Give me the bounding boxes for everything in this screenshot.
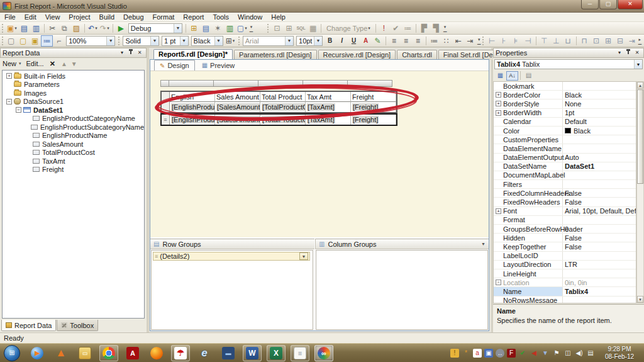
chevron-down-icon[interactable]: ▼ [481, 242, 486, 246]
border-width-combo[interactable]: 1 pt ▼ [162, 36, 189, 46]
collapse-icon[interactable]: − [6, 99, 12, 105]
taskbar-icon-windows-media-player[interactable]: ▶ [28, 345, 47, 361]
start-button[interactable]: ⊞ [4, 345, 20, 361]
auto-hide-pin-icon[interactable] [126, 49, 135, 57]
window-position-icon[interactable]: ▾ [118, 49, 126, 57]
property-value[interactable]: DataSet1 [563, 162, 636, 171]
property-row-layoutdirection[interactable]: LayoutDirectionLTR [494, 261, 636, 269]
updates-icon[interactable]: * [462, 349, 470, 358]
document-tab-recursive[interactable]: Recursive.rdl [Design] [318, 50, 396, 60]
show-results-pane-button[interactable]: ▦ [307, 23, 319, 34]
same-size-button[interactable]: ⊡ [591, 35, 602, 47]
align-left-button[interactable]: ≡ [388, 35, 400, 47]
menu-item-window[interactable]: Window [233, 13, 267, 22]
categorized-button[interactable]: ▦ [494, 71, 506, 81]
menu-item-file[interactable]: File [0, 13, 20, 22]
border-style-combo[interactable]: Solid ▼ [123, 36, 159, 46]
property-row-fixedrowheaders[interactable]: FixedRowHeadersFalse [494, 198, 636, 206]
property-value[interactable]: Auto [563, 154, 636, 162]
save-all-button[interactable]: ▥ [30, 23, 42, 34]
property-value[interactable] [563, 216, 636, 224]
alphabetical-button[interactable]: A↓ [506, 71, 518, 81]
numbered-list-button[interactable]: ≔ [428, 35, 440, 47]
increase-indent-button[interactable]: ⇥ [464, 35, 476, 47]
maximize-button[interactable]: ▢ [599, 0, 617, 9]
property-row-keeptogether[interactable]: KeepTogetherFalse [494, 242, 636, 251]
tree-item-englishproductname[interactable]: EnglishProductName [3, 132, 144, 140]
column-handle-2[interactable] [213, 80, 258, 87]
menu-item-help[interactable]: Help [267, 13, 290, 22]
expand-icon[interactable]: + [496, 280, 501, 285]
execute-sql-button[interactable]: ! [378, 23, 390, 34]
expand-icon[interactable]: + [496, 101, 501, 106]
menu-item-format[interactable]: Format [148, 13, 179, 22]
toolbar-grip[interactable] [267, 24, 270, 33]
property-pages-button[interactable]: ▤ [523, 71, 535, 81]
language-flag-icon[interactable]: ⚑ [552, 349, 561, 358]
property-row-name[interactable]: NameTablix4 [494, 287, 636, 296]
expand-icon[interactable]: + [496, 208, 501, 214]
row-group-details2[interactable]: ≡ (Details2) ▼ [153, 252, 310, 261]
property-row-format[interactable]: Format [494, 216, 636, 225]
property-value[interactable] [563, 82, 636, 90]
tab-order-button[interactable]: ⇥ [626, 35, 638, 47]
change-type-button[interactable]: Change Type ▾ [323, 23, 374, 34]
add-derived-table-button[interactable]: ▜ [430, 23, 442, 34]
menu-item-project[interactable]: Project [64, 13, 94, 22]
property-value[interactable] [563, 144, 636, 152]
tree-item-englishproductsubcategoryname[interactable]: EnglishProductSubcategoryName [3, 123, 144, 132]
property-value[interactable]: Black [563, 91, 636, 99]
row-handle[interactable]: ≡ [162, 115, 170, 125]
property-value[interactable]: False [563, 189, 636, 197]
property-row-norowsmessage[interactable]: NoRowsMessage [494, 297, 636, 304]
property-row-font[interactable]: +FontArial, 10pt, Default, Default, [494, 207, 636, 216]
debug-configuration-combo[interactable]: Debug ▼ [128, 23, 182, 33]
menu-item-report[interactable]: Report [179, 13, 208, 22]
show-sql-pane-button[interactable]: SQL [295, 23, 307, 34]
volume-icon[interactable]: ◀) [575, 349, 584, 358]
font-color-button[interactable]: A [360, 35, 372, 47]
property-row-location[interactable]: +Location0in, 0in [494, 278, 636, 287]
tab-toolbox[interactable]: Toolbox [57, 320, 98, 331]
property-value[interactable]: False [563, 242, 636, 251]
toolbar-overflow-icon[interactable]: ▸▁ [638, 38, 641, 43]
audio-manager-icon[interactable]: ◀ [530, 349, 538, 358]
taskbar-icon-firefox[interactable] [147, 345, 166, 361]
property-row-bordercolor[interactable]: +BorderColorBlack [494, 91, 636, 99]
same-width-button[interactable]: ⊔ [562, 35, 574, 47]
menu-item-tools[interactable]: Tools [208, 13, 233, 22]
tree-item-parameters[interactable]: Parameters [3, 81, 144, 89]
detail-cell[interactable]: [Freight] [351, 115, 396, 125]
move-down-icon[interactable]: ▼ [71, 60, 77, 67]
property-row-borderwidth[interactable]: +BorderWidth1pt [494, 109, 636, 118]
property-row-hidden[interactable]: HiddenFalse [494, 234, 636, 242]
property-row-dataelementoutput[interactable]: DataElementOutputAuto [494, 154, 636, 162]
align-centers-button[interactable]: ⊦ [498, 35, 510, 47]
tree-item-images[interactable]: Images [3, 89, 144, 98]
zoom-combo[interactable]: 100% ▼ [66, 36, 115, 46]
size-to-grid-button[interactable]: ⊞ [602, 35, 614, 47]
property-value[interactable]: LTR [563, 261, 636, 269]
toolbar-overflow-icon[interactable]: ▾▁ [477, 38, 480, 43]
tab-preview[interactable]: ▦ Preview [197, 60, 240, 71]
tab-design[interactable]: ✎ Design [154, 60, 195, 71]
property-value[interactable]: None [563, 99, 636, 108]
toolbar-grip[interactable] [1, 37, 4, 45]
tree-item-salesamount[interactable]: SalesAmount [3, 140, 144, 149]
property-value[interactable]: 0in, 0in [563, 278, 636, 286]
property-row-datasetname[interactable]: DataSetNameDataSet1 [494, 162, 636, 171]
toolbar-overflow-icon[interactable]: ▾▁ [250, 26, 253, 31]
close-panel-icon[interactable]: ✕ [135, 49, 144, 57]
bold-button[interactable]: B [324, 35, 336, 47]
align-rights-button[interactable]: ⊣ [522, 35, 534, 47]
save-button[interactable]: ▤ [18, 23, 30, 34]
page-body-button[interactable]: ▢ [17, 35, 29, 47]
property-row-filters[interactable]: Filters [494, 180, 636, 189]
property-row-color[interactable]: ColorBlack [494, 127, 636, 135]
group-menu-icon[interactable]: ▼ [299, 252, 308, 260]
align-middles-button[interactable]: ⊧ [510, 35, 522, 47]
taskbar-clock[interactable]: 9:28 PM 08-Feb-12 [600, 346, 639, 361]
auto-hide-pin-icon[interactable] [624, 49, 633, 57]
solution-explorer-button[interactable]: ⊞ [188, 23, 200, 34]
taskbar-icon-adobe-reader[interactable]: A [123, 345, 142, 361]
